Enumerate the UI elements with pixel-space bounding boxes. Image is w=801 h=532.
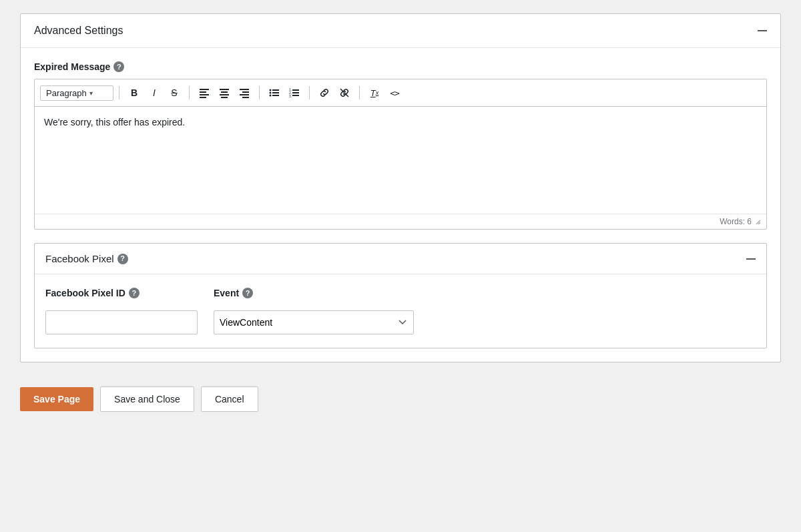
pixel-id-group: Facebook Pixel ID ? [45,288,198,334]
facebook-pixel-collapse-icon[interactable] [746,258,756,260]
svg-rect-11 [242,97,249,98]
align-left-button[interactable] [195,83,214,102]
svg-rect-19 [292,89,299,91]
svg-point-14 [270,92,272,94]
editor-toolbar: Paragraph ▾ B I S [35,79,766,107]
expired-message-section: Expired Message ? Paragraph ▾ B I [34,61,767,230]
svg-rect-4 [220,89,229,90]
toolbar-sep-1 [119,86,119,99]
list-group: 1.2.3. [265,83,304,102]
editor-footer: Words: 6 [35,214,766,229]
svg-rect-21 [292,92,299,93]
collapse-icon[interactable] [758,30,767,31]
ordered-list-button[interactable]: 1.2.3. [285,83,304,102]
toolbar-sep-2 [189,86,190,99]
style-select-arrow: ▾ [89,89,93,97]
footer-bar: Save Page Save and Close Cancel [20,376,781,423]
svg-point-12 [270,89,272,91]
save-page-button[interactable]: Save Page [20,387,93,411]
svg-rect-15 [272,92,279,93]
pixel-fields-row: Facebook Pixel ID ? Event ? ViewContent [45,288,756,334]
svg-rect-8 [240,89,249,90]
expired-message-editor: Paragraph ▾ B I S [34,79,767,230]
svg-rect-9 [242,91,249,93]
pixel-id-label: Facebook Pixel ID ? [45,288,198,298]
svg-rect-10 [240,94,249,95]
expired-message-label: Expired Message ? [34,61,767,72]
svg-rect-5 [221,91,228,93]
svg-point-16 [270,95,272,97]
align-right-button[interactable] [235,83,254,102]
align-group [195,83,254,102]
event-group: Event ? ViewContent Purchase Lead Comple… [214,288,414,334]
facebook-pixel-help-icon[interactable]: ? [117,254,128,264]
editor-content-area[interactable]: We're sorry, this offer has expired. [35,107,766,214]
svg-rect-3 [200,97,206,98]
unordered-list-button[interactable] [265,83,284,102]
event-label: Event ? [214,288,414,298]
paragraph-style-select[interactable]: Paragraph ▾ [40,85,113,101]
facebook-pixel-title: Facebook Pixel ? [45,253,128,264]
resize-handle[interactable] [754,218,761,225]
svg-rect-2 [200,94,209,95]
link-button[interactable] [315,83,334,102]
code-button[interactable]: <> [385,83,404,102]
expired-message-help-icon[interactable]: ? [113,61,124,72]
advanced-settings-panel: Advanced Settings Expired Message ? Para… [20,13,781,362]
toolbar-sep-4 [309,86,310,99]
svg-rect-0 [200,89,209,90]
panel-header: Advanced Settings [21,14,780,48]
pixel-id-input[interactable] [45,310,198,334]
text-format-group: B I S [125,83,184,102]
event-help-icon[interactable]: ? [242,288,253,298]
svg-rect-23 [292,95,299,96]
pixel-id-help-icon[interactable]: ? [129,288,140,298]
strikethrough-button[interactable]: S [165,83,184,102]
svg-rect-17 [272,95,279,96]
panel-title: Advanced Settings [34,25,123,37]
facebook-pixel-panel: Facebook Pixel ? Facebook Pixel ID ? [34,243,767,348]
word-count: Words: 6 [720,217,752,226]
event-select[interactable]: ViewContent Purchase Lead CompleteRegist… [214,310,414,334]
unlink-button[interactable] [335,83,354,102]
italic-button[interactable]: I [145,83,164,102]
svg-rect-7 [221,97,228,98]
style-select-group: Paragraph ▾ [40,85,113,101]
svg-rect-6 [220,94,229,95]
svg-text:3.: 3. [289,94,292,98]
svg-rect-13 [272,89,279,91]
panel-body: Expired Message ? Paragraph ▾ B I [21,48,780,362]
clear-format-button[interactable]: Tx [365,83,384,102]
toolbar-sep-3 [259,86,260,99]
toolbar-sep-5 [359,86,360,99]
svg-rect-1 [200,91,206,93]
bold-button[interactable]: B [125,83,144,102]
cancel-button[interactable]: Cancel [201,386,258,412]
save-and-close-button[interactable]: Save and Close [100,386,194,412]
facebook-pixel-body: Facebook Pixel ID ? Event ? ViewContent [35,274,766,348]
link-group [315,83,354,102]
misc-format-group: Tx <> [365,83,404,102]
align-center-button[interactable] [215,83,234,102]
facebook-pixel-header: Facebook Pixel ? [35,244,766,274]
